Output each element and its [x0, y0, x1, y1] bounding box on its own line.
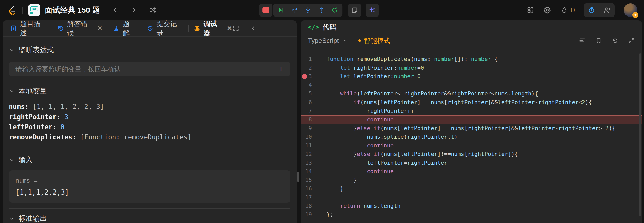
line-number[interactable]: 6	[304, 98, 312, 107]
watch-expression-input[interactable]	[15, 65, 278, 73]
tab-problem-description[interactable]: 题目描述	[10, 20, 47, 38]
code-line[interactable]: 19};	[301, 210, 642, 219]
code-line[interactable]: 15 }	[301, 176, 642, 184]
study-plan-chip[interactable]: TOP 面试经典 150 题	[28, 4, 100, 16]
step-out-button[interactable]	[314, 4, 328, 17]
tab-submissions[interactable]: 提交记录	[147, 20, 183, 38]
step-into-button[interactable]	[301, 4, 314, 17]
breakpoint-gutter[interactable]	[301, 167, 304, 176]
line-number[interactable]: 19	[304, 210, 312, 219]
line-number[interactable]: 16	[304, 184, 312, 193]
line-number[interactable]: 10	[304, 133, 312, 141]
line-number[interactable]: 12	[304, 150, 312, 158]
breakpoint-gutter[interactable]	[301, 124, 304, 133]
breakpoint-gutter[interactable]	[301, 107, 304, 115]
testcase-input-card[interactable]: nums = [1,1,1,2,2,3]	[9, 170, 290, 203]
stdout-section-header[interactable]: 标准输出	[9, 214, 290, 223]
breakpoint-gutter[interactable]	[301, 202, 304, 210]
resume-button[interactable]	[274, 4, 288, 17]
smart-mode-toggle[interactable]: 智能模式	[358, 36, 390, 45]
breakpoint-gutter[interactable]	[301, 63, 304, 72]
editor-scrollbar[interactable]	[639, 53, 641, 216]
panel-resize-handle[interactable]	[297, 172, 299, 182]
local-variables-section-header[interactable]: 本地变量	[9, 86, 290, 96]
variable-row[interactable]: nums: [1, 1, 1, 2, 2, 3]	[9, 102, 290, 112]
breakpoint-gutter[interactable]	[301, 158, 304, 167]
code-line[interactable]: 2 let rightPointer:number=0	[301, 63, 642, 72]
expand-editor-icon[interactable]	[628, 37, 635, 44]
invite-user-button[interactable]	[599, 3, 615, 17]
line-number[interactable]: 14	[304, 167, 312, 176]
line-number[interactable]: 4	[304, 81, 312, 89]
tab-wrong-answer[interactable]: 解答错误 ✕	[57, 20, 103, 38]
breakpoint-gutter[interactable]	[301, 89, 304, 98]
avatar[interactable]: ★	[624, 3, 637, 17]
code-line[interactable]: 16 }	[301, 184, 642, 193]
format-code-icon[interactable]	[579, 37, 586, 44]
code-line[interactable]: 5 while(leftPointer<=rightPointer&&right…	[301, 89, 642, 98]
code-editor[interactable]: 1function removeDuplicates(nums: number[…	[301, 47, 642, 223]
line-number[interactable]: 3	[304, 72, 312, 81]
tab-debugger[interactable]: 调试器 ✕	[194, 20, 232, 38]
code-line[interactable]: 7 rightPointer++	[301, 107, 642, 115]
line-number[interactable]: 9	[304, 124, 312, 133]
code-line[interactable]: 3 let leftPointer:number=0	[301, 72, 642, 81]
breakpoint-gutter[interactable]	[301, 115, 304, 124]
code-line[interactable]: 13 leftPointer=rightPointer	[301, 158, 642, 167]
line-number[interactable]: 15	[304, 176, 312, 184]
breakpoint-gutter[interactable]	[301, 176, 304, 184]
watch-expressions-section-header[interactable]: 监听表达式	[9, 45, 290, 55]
line-number[interactable]: 7	[304, 107, 312, 115]
notes-button[interactable]	[348, 4, 361, 17]
breakpoint-gutter[interactable]	[301, 210, 304, 219]
settings-gear-icon[interactable]	[543, 6, 551, 14]
code-line[interactable]: 11 continue	[301, 141, 642, 150]
breakpoint-gutter[interactable]	[301, 184, 304, 193]
input-section-header[interactable]: 输入	[9, 155, 290, 165]
variable-row[interactable]: rightPointer: 3	[9, 112, 290, 122]
breakpoint-gutter[interactable]	[301, 81, 304, 89]
reset-code-icon[interactable]	[612, 37, 618, 44]
code-line[interactable]: 14 continue	[301, 167, 642, 176]
line-number[interactable]: 2	[304, 63, 312, 72]
fullscreen-icon[interactable]	[232, 25, 239, 32]
code-line[interactable]: 1function removeDuplicates(nums: number[…	[301, 55, 642, 63]
code-line[interactable]: 10 nums.splice(rightPointer,1)	[301, 133, 642, 141]
timer-button[interactable]	[584, 3, 599, 17]
code-line[interactable]: 18 return nums.length	[301, 202, 642, 210]
code-line[interactable]: 6 if(nums[leftPointer]===nums[rightPoint…	[301, 98, 642, 107]
breakpoint-gutter[interactable]	[301, 98, 304, 107]
language-selector[interactable]: TypeScript	[308, 37, 348, 45]
variable-row[interactable]: removeDuplicates: [Function: removeDupli…	[9, 132, 290, 142]
stop-debug-button[interactable]	[259, 4, 272, 17]
prev-question-button[interactable]	[112, 7, 119, 14]
breakpoint-gutter[interactable]	[301, 150, 304, 158]
collapse-panel-icon[interactable]	[250, 25, 257, 32]
code-line[interactable]: 9 }else if(nums[leftPointer]===nums[righ…	[301, 124, 642, 133]
restart-debug-button[interactable]	[328, 4, 341, 17]
close-tab-icon[interactable]: ✕	[97, 25, 102, 32]
tab-solutions[interactable]: 题解	[113, 20, 136, 38]
breakpoint-gutter[interactable]	[301, 133, 304, 141]
code-line[interactable]: 17	[301, 193, 642, 202]
line-number[interactable]: 8	[304, 115, 312, 124]
code-line[interactable]: 4	[301, 81, 642, 89]
breakpoint-gutter[interactable]	[301, 141, 304, 150]
breakpoint-gutter[interactable]	[301, 72, 304, 81]
line-number[interactable]: 11	[304, 141, 312, 150]
code-line[interactable]: 12 }else if(nums[leftPointer]!==nums[rig…	[301, 150, 642, 158]
line-number[interactable]: 1	[304, 55, 312, 63]
streak-counter[interactable]: 0	[561, 6, 575, 14]
line-number[interactable]: 13	[304, 158, 312, 167]
step-over-button[interactable]	[288, 4, 301, 17]
next-question-button[interactable]	[130, 7, 137, 14]
variable-row[interactable]: leftPointer: 0	[9, 122, 290, 132]
ai-assistant-button[interactable]	[366, 4, 379, 17]
current-execution-line[interactable]: 8 continue	[301, 115, 642, 124]
line-number[interactable]: 5	[304, 89, 312, 98]
breakpoint-gutter[interactable]	[301, 55, 304, 63]
line-number[interactable]: 17	[304, 193, 312, 202]
close-tab-icon[interactable]: ✕	[227, 25, 232, 32]
add-watch-icon[interactable]: +	[278, 65, 284, 74]
shuffle-icon[interactable]	[149, 6, 157, 14]
